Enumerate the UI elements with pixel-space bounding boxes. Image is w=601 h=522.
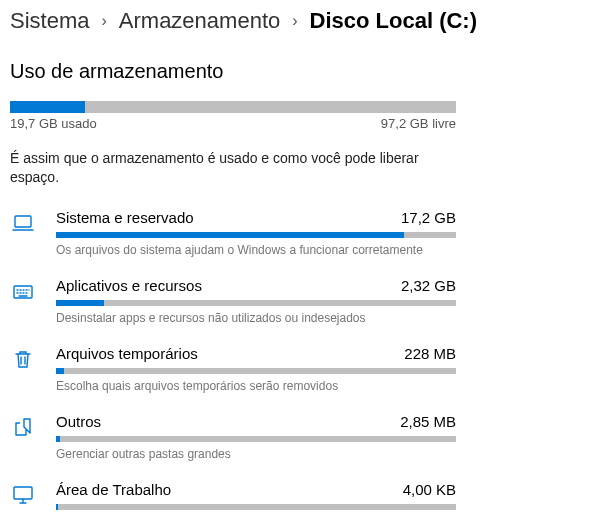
category-desktop[interactable]: Área de Trabalho 4,00 KB [10, 481, 456, 515]
crumb-drive[interactable]: Disco Local (C:) [310, 8, 477, 34]
category-size: 2,32 GB [401, 277, 456, 294]
category-size: 228 MB [404, 345, 456, 362]
category-subtext: Os arquivos do sistema ajudam o Windows … [56, 243, 456, 257]
free-label: 97,2 GB livre [381, 116, 456, 131]
breadcrumb: Sistema › Armazenamento › Disco Local (C… [10, 8, 591, 34]
folder-icon [10, 413, 36, 439]
overall-usage-fill [10, 101, 85, 113]
keyboard-icon [10, 277, 36, 303]
overall-usage-bar [10, 101, 456, 113]
monitor-icon [10, 481, 36, 507]
chevron-right-icon: › [101, 12, 106, 30]
chevron-right-icon: › [292, 12, 297, 30]
section-title: Uso de armazenamento [10, 60, 591, 83]
category-size: 4,00 KB [403, 481, 456, 498]
crumb-system[interactable]: Sistema [10, 8, 89, 34]
category-size: 17,2 GB [401, 209, 456, 226]
svg-rect-0 [15, 216, 31, 227]
category-title: Arquivos temporários [56, 345, 198, 362]
category-subtext: Gerenciar outras pastas grandes [56, 447, 456, 461]
category-title: Área de Trabalho [56, 481, 171, 498]
category-bar-fill [56, 436, 60, 442]
category-system-reserved[interactable]: Sistema e reservado 17,2 GB Os arquivos … [10, 209, 456, 257]
category-temp-files[interactable]: Arquivos temporários 228 MB Escolha quai… [10, 345, 456, 393]
category-size: 2,85 MB [400, 413, 456, 430]
category-title: Aplicativos e recursos [56, 277, 202, 294]
category-bar [56, 232, 456, 238]
category-bar-fill [56, 300, 104, 306]
category-bar-fill [56, 232, 404, 238]
trash-icon [10, 345, 36, 371]
svg-rect-2 [14, 487, 32, 499]
category-bar [56, 368, 456, 374]
used-label: 19,7 GB usado [10, 116, 97, 131]
laptop-icon [10, 209, 36, 235]
storage-description: É assim que o armazenamento é usado e co… [10, 149, 456, 187]
category-title: Sistema e reservado [56, 209, 194, 226]
category-bar-fill [56, 368, 64, 374]
category-apps-features[interactable]: Aplicativos e recursos 2,32 GB Desinstal… [10, 277, 456, 325]
overall-usage-labels: 19,7 GB usado 97,2 GB livre [10, 116, 456, 131]
category-subtext: Escolha quais arquivos temporários serão… [56, 379, 456, 393]
category-other[interactable]: Outros 2,85 MB Gerenciar outras pastas g… [10, 413, 456, 461]
category-list: Sistema e reservado 17,2 GB Os arquivos … [10, 209, 591, 515]
category-bar [56, 300, 456, 306]
category-title: Outros [56, 413, 101, 430]
category-bar-fill [56, 504, 58, 510]
crumb-storage[interactable]: Armazenamento [119, 8, 280, 34]
category-bar [56, 504, 456, 510]
category-subtext: Desinstalar apps e recursos não utilizad… [56, 311, 456, 325]
category-bar [56, 436, 456, 442]
